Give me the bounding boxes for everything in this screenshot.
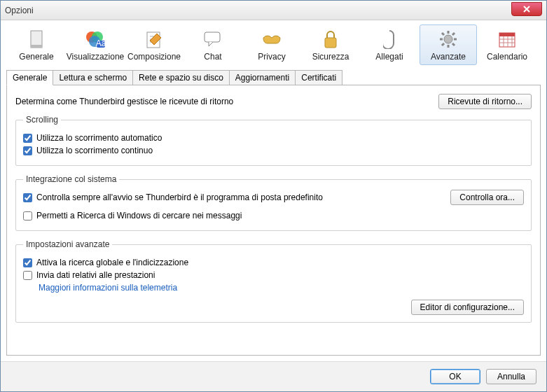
svg-rect-9 (325, 38, 336, 48)
global-search-input[interactable] (23, 258, 32, 267)
category-sicurezza[interactable]: Sicurezza (302, 24, 359, 65)
generale-icon (25, 28, 48, 50)
category-toolbar: Generale Aa Visualizzazione Composizione… (1, 20, 546, 65)
global-search-checkbox[interactable]: Attiva la ricerca globale e l'indicizzaz… (23, 258, 524, 267)
scrolling-legend: Scrolling (23, 115, 61, 125)
visualizzazione-icon: Aa (84, 28, 106, 50)
windows-search-checkbox[interactable]: Permetti a Ricerca di Windows di cercare… (23, 211, 524, 220)
chat-icon (202, 28, 224, 50)
close-icon (523, 6, 530, 13)
smoothscroll-input[interactable] (23, 146, 32, 155)
tab-generale[interactable]: Generale (6, 70, 53, 85)
return-receipts-text: Determina come Thunderbird gestisce le r… (15, 97, 438, 106)
tab-certificati[interactable]: Certificati (295, 70, 342, 85)
telemetry-checkbox[interactable]: Invia dati relativi alle prestazioni (23, 270, 524, 280)
cancel-button[interactable]: Annulla (486, 369, 536, 384)
window-title: Opzioni (5, 6, 34, 15)
ok-button[interactable]: OK (430, 369, 480, 384)
category-allegati[interactable]: Allegati (361, 24, 418, 65)
advanced-legend: Impostazioni avanzate (23, 239, 112, 249)
tab-aggiornamenti[interactable]: Aggiornamenti (229, 70, 296, 85)
svg-rect-1 (31, 45, 42, 48)
titlebar: Opzioni (1, 1, 546, 20)
composizione-icon (143, 28, 165, 50)
category-privacy[interactable]: Privacy (243, 24, 300, 65)
telemetry-input[interactable] (23, 271, 32, 280)
tab-lettura[interactable]: Lettura e schermo (53, 70, 133, 85)
default-client-checkbox[interactable]: Controlla sempre all'avvio se Thunderbir… (23, 192, 450, 202)
dialog-footer: OK Annulla (1, 361, 546, 391)
tab-rete[interactable]: Rete e spazio su disco (132, 70, 230, 85)
autoscroll-checkbox[interactable]: Utilizza lo scorrimento automatico (23, 133, 524, 143)
svg-rect-12 (499, 33, 515, 36)
calendario-icon (496, 28, 518, 50)
return-receipts-button[interactable]: Ricevute di ritorno... (438, 94, 532, 109)
default-client-input[interactable] (23, 193, 32, 202)
options-window: Opzioni Generale Aa Visualizzazione Comp… (0, 0, 547, 392)
system-legend: Integrazione col sistema (23, 174, 119, 184)
autoscroll-input[interactable] (23, 134, 32, 143)
tab-panel: Determina come Thunderbird gestisce le r… (6, 85, 541, 356)
advanced-settings-group: Impostazioni avanzate Attiva la ricerca … (15, 239, 532, 323)
check-now-button[interactable]: Controlla ora... (450, 190, 524, 205)
allegati-icon (378, 28, 401, 50)
category-calendario[interactable]: Calendario (478, 24, 536, 65)
category-visualizzazione[interactable]: Aa Visualizzazione (67, 24, 124, 65)
category-avanzate[interactable]: Avanzate (420, 24, 477, 65)
category-composizione[interactable]: Composizione (125, 24, 183, 65)
config-editor-button[interactable]: Editor di configurazione... (411, 300, 524, 315)
svg-text:Aa: Aa (96, 38, 106, 48)
system-integration-group: Integrazione col sistema Controlla sempr… (15, 174, 532, 231)
privacy-icon (261, 28, 283, 50)
sicurezza-icon (319, 28, 342, 50)
smoothscroll-checkbox[interactable]: Utilizza lo scorrimento continuo (23, 146, 524, 155)
close-button[interactable] (511, 2, 542, 16)
subtab-row: Generale Lettura e schermo Rete e spazio… (1, 65, 546, 85)
svg-point-10 (444, 35, 452, 43)
avanzate-icon (437, 28, 459, 50)
windows-search-input[interactable] (23, 211, 32, 220)
category-chat[interactable]: Chat (184, 24, 242, 65)
scrolling-group: Scrolling Utilizza lo scorrimento automa… (15, 115, 532, 166)
telemetry-link[interactable]: Maggiori informazioni sulla telemetria (39, 283, 524, 293)
svg-rect-8 (205, 32, 220, 42)
category-generale[interactable]: Generale (8, 24, 65, 65)
